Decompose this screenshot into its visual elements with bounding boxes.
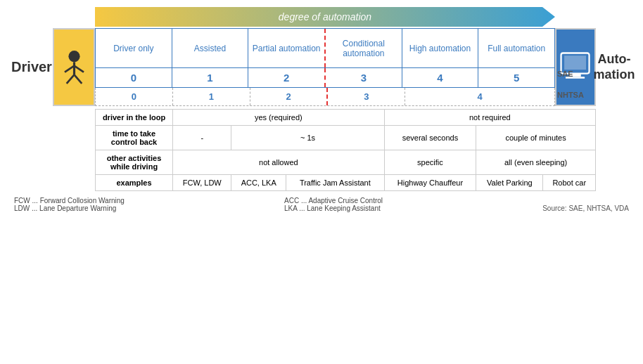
row-label-examples: examples xyxy=(96,175,173,191)
footer-acc: ACC ... Adaptive Cruise Control xyxy=(284,197,383,204)
footer-right: Source: SAE, NHTSA, VDA xyxy=(542,197,629,212)
level-box-4: High automation xyxy=(402,29,479,67)
activities-all: all (even sleeping) xyxy=(476,150,596,175)
sae-num-2: 2 xyxy=(248,68,326,87)
footer-left: FCW ... Forward Collosion Warning LDW ..… xyxy=(14,197,125,212)
footer-lka: LKA ... Lane Keeping Assistant xyxy=(284,204,383,212)
svg-line-3 xyxy=(74,66,84,72)
automation-label: Auto-mation xyxy=(596,28,632,106)
footer-fcw: FCW ... Forward Collosion Warning xyxy=(14,197,125,204)
level-box-3: Conditional automation xyxy=(326,29,402,67)
level-box-1: Assisted xyxy=(172,29,249,67)
activities-not-allowed: not allowed xyxy=(173,150,385,175)
nhtsa-num-3: 3 xyxy=(328,88,405,105)
nhtsa-label: NHTSA xyxy=(555,91,596,106)
nhtsa-num-0: 0 xyxy=(96,88,173,105)
sae-num-5: 5 xyxy=(478,68,554,87)
level-box-5: Full automation xyxy=(478,29,554,67)
activities-specific: specific xyxy=(384,150,476,175)
svg-point-0 xyxy=(68,51,79,62)
time-minutes: couple of minutes xyxy=(476,126,596,150)
level-box-0: Driver only xyxy=(96,29,172,67)
sae-numbers-row: 0 1 2 3 4 5 xyxy=(95,68,555,88)
driver-label: Driver xyxy=(11,28,53,106)
driver-loop-no: not required xyxy=(384,110,595,126)
row-label-driver-loop: driver in the loop xyxy=(96,110,173,126)
level-box-2: Partial automation xyxy=(248,29,326,67)
info-row-time-control: time to take control back - ~ 1s several… xyxy=(96,126,596,150)
time-dash: - xyxy=(173,126,231,150)
time-1s: ~ 1s xyxy=(231,126,384,150)
info-row-driver-loop: driver in the loop yes (required) not re… xyxy=(96,110,596,126)
example-3: Highway Chauffeur xyxy=(384,175,476,191)
svg-line-4 xyxy=(66,74,74,84)
person-svg xyxy=(58,48,90,86)
info-row-examples: examples FCW, LDW ACC, LKA Traffic Jam A… xyxy=(96,175,596,191)
info-row-activities: other activities while driving not allow… xyxy=(96,150,596,175)
sae-num-1: 1 xyxy=(172,68,249,87)
sae-num-3: 3 xyxy=(326,68,402,87)
svg-line-5 xyxy=(74,74,82,84)
driver-loop-yes: yes (required) xyxy=(173,110,385,126)
nhtsa-num-45: 4 xyxy=(405,88,554,105)
row-label-time-control: time to take control back xyxy=(96,126,173,150)
person-icon xyxy=(53,28,95,106)
sae-num-0: 0 xyxy=(96,68,172,87)
sae-num-4: 4 xyxy=(402,68,479,87)
example-5: Robot car xyxy=(543,175,596,191)
footer-ldw: LDW ... Lane Departure Warning xyxy=(14,204,125,212)
nhtsa-num-2: 2 xyxy=(250,88,329,105)
svg-rect-7 xyxy=(564,56,586,70)
example-2: Traffic Jam Assistant xyxy=(286,175,384,191)
footer-middle: ACC ... Adaptive Cruise Control LKA ... … xyxy=(284,197,383,212)
level-boxes-row: Driver only Assisted Partial automation … xyxy=(95,28,555,68)
time-seconds: several seconds xyxy=(384,126,476,150)
row-label-activities: other activities while driving xyxy=(96,150,173,175)
svg-line-2 xyxy=(65,66,75,72)
footer: FCW ... Forward Collosion Warning LDW ..… xyxy=(11,197,632,212)
footer-source: Source: SAE, NHTSA, VDA xyxy=(542,204,629,212)
automation-arrow: degree of automation xyxy=(95,7,555,27)
nhtsa-row: 0 1 2 3 4 xyxy=(95,88,555,106)
info-table: driver in the loop yes (required) not re… xyxy=(95,109,596,191)
nhtsa-num-1: 1 xyxy=(173,88,250,105)
example-4: Valet Parking xyxy=(476,175,543,191)
example-0: FCW, LDW xyxy=(173,175,231,191)
example-1: ACC, LKA xyxy=(231,175,286,191)
